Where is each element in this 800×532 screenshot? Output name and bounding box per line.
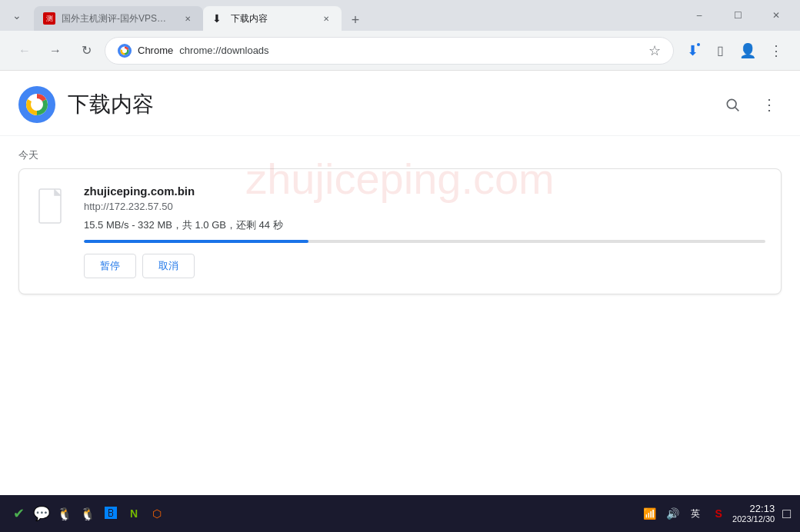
back-button[interactable]: ←: [12, 38, 37, 63]
notification-icon[interactable]: □: [782, 506, 791, 522]
tab-strip: 测 国外主机测评-国外VPS，国... ✕ ⬇ 下载内容 ✕ +: [34, 0, 682, 31]
clock-time: 22:13: [732, 503, 775, 515]
tab1-favicon: 测: [43, 12, 55, 25]
downloads-header: 下载内容 ⋮: [0, 71, 800, 136]
taskbar-lang-icon[interactable]: 英: [686, 504, 705, 523]
svg-line-7: [735, 108, 739, 111]
system-tray: 📶 🔊 英 S: [640, 504, 728, 523]
omnibox-brand-label: Chrome: [138, 45, 173, 56]
svg-point-5: [31, 98, 43, 111]
download-info: zhujiceping.com.bin http://172.232.57.50…: [84, 185, 765, 278]
svg-point-6: [727, 99, 736, 108]
downloads-list: 今天 zhujiceping.com.bin http://172.232.57…: [0, 136, 800, 307]
tab2-favicon: ⬇: [212, 12, 225, 25]
tab-1[interactable]: 测 国外主机测评-国外VPS，国... ✕: [34, 6, 203, 31]
more-options-icon[interactable]: ⋮: [763, 38, 788, 63]
window-back-arrow[interactable]: ⌄: [6, 5, 28, 26]
tab1-close[interactable]: ✕: [182, 12, 194, 25]
file-url: http://172.232.57.50: [84, 201, 765, 212]
bookmark-star-icon[interactable]: ☆: [648, 42, 661, 59]
taskbar-color-icon[interactable]: ⬡: [148, 504, 166, 523]
address-bar: ← → ↻ Chrome chrome://downloads ☆ ⬇ ▯ 👤 …: [0, 31, 800, 71]
download-item: zhujiceping.com.bin http://172.232.57.50…: [18, 168, 782, 294]
tab-2[interactable]: ⬇ 下载内容 ✕: [203, 6, 342, 31]
progress-bar-fill: [84, 240, 308, 243]
download-actions: 暂停 取消: [84, 254, 765, 278]
download-status: 15.5 MB/s - 332 MB，共 1.0 GB，还剩 44 秒: [84, 218, 765, 232]
taskbar-qq2-icon[interactable]: 🐧: [78, 504, 97, 523]
chrome-logo-large: [18, 86, 55, 123]
download-icon[interactable]: ⬇: [680, 38, 705, 63]
clock-date: 2023/12/30: [732, 514, 775, 524]
page-title: 下载内容: [68, 90, 708, 119]
search-button[interactable]: [720, 92, 745, 117]
profile-icon[interactable]: 👤: [735, 38, 760, 63]
section-today-label: 今天: [18, 148, 782, 162]
toolbar-icons: ⬇ ▯ 👤 ⋮: [680, 38, 788, 63]
close-button[interactable]: ✕: [758, 3, 794, 28]
file-name: zhujiceping.com.bin: [84, 185, 765, 198]
clock-area[interactable]: 22:13 2023/12/30: [732, 503, 775, 525]
forward-button[interactable]: →: [43, 38, 68, 63]
svg-point-2: [122, 48, 127, 53]
taskbar-qq-icon[interactable]: 🐧: [55, 504, 74, 523]
taskbar-network-icon[interactable]: 📶: [640, 504, 658, 523]
tab1-title: 国外主机测评-国外VPS，国...: [62, 12, 175, 25]
taskbar-checkmark-icon[interactable]: ✔: [9, 504, 28, 523]
new-tab-button[interactable]: +: [345, 9, 366, 31]
pause-button[interactable]: 暂停: [84, 254, 136, 278]
window-controls-right: – ☐ ✕: [682, 3, 794, 28]
omnibox-url: chrome://downloads: [179, 45, 642, 56]
title-bar: ⌄ 测 国外主机测评-国外VPS，国... ✕ ⬇ 下载内容 ✕ + – ☐ ✕: [0, 0, 800, 31]
file-icon: [35, 185, 72, 224]
tab2-title: 下载内容: [231, 12, 314, 25]
window-controls-left: ⌄: [6, 5, 28, 26]
taskbar-bluetooth-icon[interactable]: 🅱: [102, 504, 120, 523]
chrome-logo-small: [118, 44, 132, 58]
page-content: 下载内容 ⋮ 今天 zhujiceping.com.bin: [0, 71, 800, 495]
address-omnibox[interactable]: Chrome chrome://downloads ☆: [105, 37, 674, 65]
maximize-button[interactable]: ☐: [720, 3, 755, 28]
minimize-button[interactable]: –: [682, 3, 717, 28]
taskbar-nvidia-icon[interactable]: N: [125, 504, 143, 523]
file-icon-svg: [38, 188, 68, 224]
tab2-close[interactable]: ✕: [320, 12, 332, 25]
more-menu-button[interactable]: ⋮: [757, 92, 782, 117]
taskbar: ✔ 💬 🐧 🐧 🅱 N ⬡ 📶 🔊 英 S 22:13 2023/12/30 □: [0, 495, 800, 532]
cancel-button[interactable]: 取消: [142, 254, 195, 278]
reload-button[interactable]: ↻: [74, 38, 98, 63]
taskbar-wps-icon[interactable]: S: [709, 504, 728, 523]
extensions-icon[interactable]: ▯: [708, 38, 732, 63]
taskbar-wechat-icon[interactable]: 💬: [32, 504, 51, 523]
taskbar-volume-icon[interactable]: 🔊: [663, 504, 682, 523]
progress-bar-track: [84, 240, 765, 243]
